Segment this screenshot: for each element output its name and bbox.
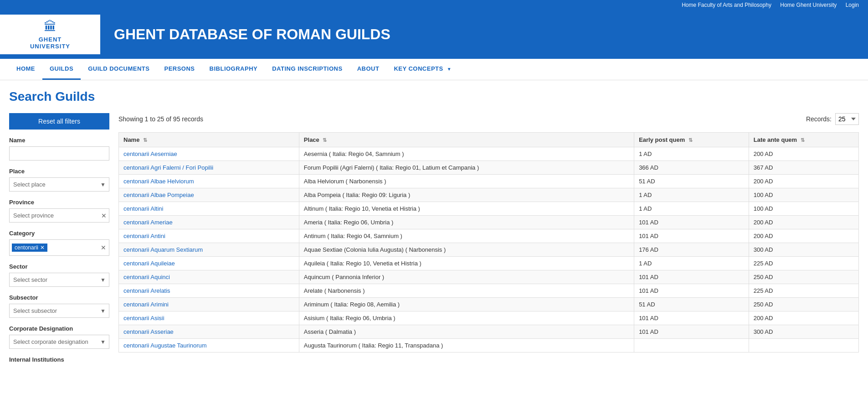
subsector-select[interactable]: Select subsector: [9, 304, 109, 318]
guild-link[interactable]: centonarii Aquileiae: [123, 260, 175, 267]
site-header: 🏛 GHENTUNIVERSITY GHENT DATABASE OF ROMA…: [0, 10, 868, 59]
cell-place: Ariminum ( Italia: Regio 08, Aemilia ): [299, 298, 634, 311]
cell-late: 225 AD: [749, 284, 858, 298]
table-row: centonarii Antini Antinum ( Italia: Regi…: [119, 229, 859, 243]
col-header-early[interactable]: Early post quem ⇅: [634, 133, 749, 147]
col-header-place[interactable]: Place ⇅: [299, 133, 634, 147]
filter-corporate-label: Corporate Designation: [9, 325, 109, 332]
logo[interactable]: 🏛 GHENTUNIVERSITY: [0, 15, 100, 54]
table-row: centonarii Asseriae Asseria ( Dalmatia )…: [119, 325, 859, 339]
cell-late: 225 AD: [749, 257, 858, 270]
table-row: centonarii Aquinci Aquincum ( Pannonia I…: [119, 270, 859, 284]
nav-home[interactable]: HOME: [9, 59, 42, 80]
guild-link[interactable]: centonarii Aquarum Sextiarum: [123, 246, 203, 253]
logo-text: GHENTUNIVERSITY: [30, 36, 70, 50]
nav-guild-documents[interactable]: GUILD DOCUMENTS: [81, 59, 157, 80]
guild-link[interactable]: centonarii Augustae Taurinorum: [123, 342, 207, 349]
results-header: Showing 1 to 25 of 95 records Records: 1…: [118, 113, 859, 125]
university-icon: 🏛: [44, 19, 56, 34]
province-clear-button[interactable]: ✕: [101, 212, 107, 219]
category-tag-remove-button[interactable]: ✕: [40, 244, 45, 251]
filter-corporate-group: Corporate Designation Select corporate d…: [9, 325, 109, 349]
filter-name-label: Name: [9, 137, 109, 144]
cell-late: 100 AD: [749, 188, 858, 202]
name-input[interactable]: [9, 146, 109, 161]
table-body: centonarii Aeserniae Aesernia ( Italia: …: [119, 147, 859, 353]
guild-link[interactable]: centonarii Aquinci: [123, 274, 170, 280]
cell-early: 1 AD: [634, 257, 749, 270]
table-row: centonarii Arimini Ariminum ( Italia: Re…: [119, 298, 859, 311]
cell-name: centonarii Asseriae: [119, 325, 299, 339]
cell-late: 367 AD: [749, 161, 858, 175]
filter-subsector-label: Subsector: [9, 294, 109, 301]
nav-guilds[interactable]: GUILDS: [42, 59, 81, 80]
guild-link[interactable]: centonarii Asseriae: [123, 328, 174, 335]
filter-place-label: Place: [9, 168, 109, 175]
records-per-page-select[interactable]: 10 25 50 100: [835, 113, 859, 125]
table-header: Name ⇅ Place ⇅ Early post quem ⇅ Late an…: [119, 133, 859, 147]
page-title: Search Guilds: [9, 89, 859, 104]
cell-place: Forum Popilii (Agri Falerni) ( Italia: R…: [299, 161, 634, 175]
guild-link[interactable]: centonarii Arelatis: [123, 287, 170, 294]
table-row: centonarii Aquarum Sextiarum Aquae Sexti…: [119, 243, 859, 257]
place-sort-icon: ⇅: [323, 137, 327, 143]
guild-link[interactable]: centonarii Antini: [123, 233, 165, 239]
records-control: Records: 10 25 50 100: [806, 113, 859, 125]
top-link-login[interactable]: Login: [846, 2, 859, 8]
guild-link[interactable]: centonarii Arimini: [123, 301, 169, 308]
sector-select[interactable]: Select sector: [9, 273, 109, 287]
nav-dating[interactable]: DATING INSCRIPTIONS: [265, 59, 349, 80]
cell-early: 366 AD: [634, 161, 749, 175]
top-link-ghent[interactable]: Home Ghent University: [780, 2, 837, 8]
cell-early: 101 AD: [634, 216, 749, 229]
nav-about[interactable]: ABOUT: [350, 59, 387, 80]
main-content: Showing 1 to 25 of 95 records Records: 1…: [118, 113, 859, 370]
reset-all-filters-button[interactable]: Reset all filters: [9, 113, 109, 130]
filter-category-group: Category centonarii ✕ ✕: [9, 230, 109, 256]
late-sort-icon: ⇅: [801, 137, 805, 143]
cell-place: Ameria ( Italia: Regio 06, Umbria ): [299, 216, 634, 229]
cell-name: centonarii Aquarum Sextiarum: [119, 243, 299, 257]
nav-persons[interactable]: PERSONS: [157, 59, 202, 80]
filter-province-group: Province Select province ✕: [9, 199, 109, 223]
filter-sector-label: Sector: [9, 263, 109, 270]
guild-link[interactable]: centonarii Aeserniae: [123, 150, 177, 157]
cell-place: Alba Pompeia ( Italia: Regio 09: Liguria…: [299, 188, 634, 202]
category-clear-button[interactable]: ✕: [101, 244, 106, 251]
cell-name: centonarii Arelatis: [119, 284, 299, 298]
guild-link[interactable]: centonarii Albae Helviorum: [123, 178, 194, 185]
top-link-arts[interactable]: Home Faculty of Arts and Philosophy: [682, 2, 771, 8]
guild-link[interactable]: centonarii Ameriae: [123, 219, 173, 226]
cell-late: 300 AD: [749, 325, 858, 339]
top-bar: Home Faculty of Arts and Philosophy Home…: [0, 0, 868, 10]
table-row: centonarii Albae Helviorum Alba Helvioru…: [119, 175, 859, 188]
guild-link[interactable]: centonarii Agri Falerni / Fori Popilii: [123, 164, 213, 171]
cell-place: Antinum ( Italia: Regio 04, Samnium ): [299, 229, 634, 243]
cell-late: 200 AD: [749, 216, 858, 229]
cell-late: 200 AD: [749, 147, 858, 161]
nav-bibliography[interactable]: BIBLIOGRAPHY: [202, 59, 265, 80]
corporate-select[interactable]: Select corporate designation: [9, 335, 109, 349]
province-select[interactable]: Select province: [9, 208, 109, 223]
col-header-late[interactable]: Late ante quem ⇅: [749, 133, 858, 147]
guilds-table: Name ⇅ Place ⇅ Early post quem ⇅ Late an…: [118, 132, 859, 353]
cell-name: centonarii Aquinci: [119, 270, 299, 284]
place-select[interactable]: Select place: [9, 177, 109, 192]
cell-early: 101 AD: [634, 284, 749, 298]
table-row: centonarii Arelatis Arelate ( Narbonensi…: [119, 284, 859, 298]
guild-link[interactable]: centonarii Altini: [123, 205, 163, 212]
guild-link[interactable]: centonarii Asisii: [123, 315, 164, 321]
category-tag: centonarii ✕: [12, 244, 47, 252]
guild-link[interactable]: centonarii Albae Pompeiae: [123, 192, 194, 198]
col-header-name[interactable]: Name ⇅: [119, 133, 299, 147]
cell-early: 176 AD: [634, 243, 749, 257]
place-select-wrapper: Select place ▼: [9, 177, 109, 192]
nav-key-concepts[interactable]: KEY CONCEPTS ▼: [386, 59, 459, 80]
table-row: centonarii Agri Falerni / Fori Popilii F…: [119, 161, 859, 175]
filter-internal-group: Internal Institutions: [9, 356, 109, 363]
cell-early: 1 AD: [634, 147, 749, 161]
cell-early: [634, 339, 749, 353]
cell-early: 51 AD: [634, 298, 749, 311]
cell-early: 51 AD: [634, 175, 749, 188]
cell-name: centonarii Albae Pompeiae: [119, 188, 299, 202]
